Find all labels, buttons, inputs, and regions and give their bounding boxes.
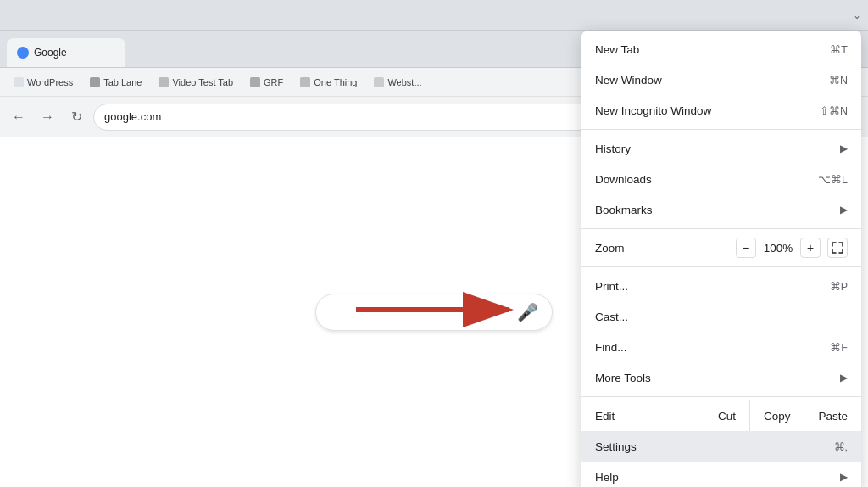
chevron-down-icon[interactable]: ⌄ [853, 9, 861, 21]
menu-item-new-tab[interactable]: New Tab ⌘T [581, 34, 861, 64]
menu-divider [581, 129, 861, 130]
menu-item-label: New Window [595, 74, 829, 87]
bookmark-label: Video Test Tab [172, 77, 233, 87]
menu-item-label: Downloads [595, 173, 818, 186]
zoom-out-button[interactable]: − [736, 238, 756, 258]
menu-item-label: More Tools [595, 372, 840, 384]
refresh-button[interactable]: ↻ [64, 105, 88, 129]
pointer-arrow [356, 288, 526, 331]
menu-item-shortcut: ⌘P [830, 280, 848, 293]
arrow-container [356, 288, 526, 334]
menu-item-find[interactable]: Find... ⌘F [581, 332, 861, 362]
bookmark-favicon [159, 77, 169, 87]
menu-item-history[interactable]: History ▶ [581, 133, 861, 164]
submenu-arrow-icon: ▶ [840, 471, 848, 483]
menu-item-more-tools[interactable]: More Tools ▶ [581, 362, 861, 393]
bookmark-item[interactable]: Video Test Tab [152, 74, 240, 91]
menu-item-downloads[interactable]: Downloads ⌥⌘L [581, 164, 861, 194]
bookmark-favicon [90, 77, 100, 87]
menu-item-label: History [595, 143, 840, 155]
edit-actions: Cut Copy Paste [704, 400, 861, 431]
menu-item-label: Help [595, 471, 840, 484]
menu-divider [581, 396, 861, 397]
zoom-value: 100% [763, 242, 793, 255]
menu-divider [581, 266, 861, 267]
menu-item-label: Cast... [595, 311, 848, 323]
bookmark-item[interactable]: GRF [243, 74, 290, 91]
submenu-arrow-icon: ▶ [840, 372, 848, 383]
menu-divider [581, 228, 861, 229]
tab-favicon [17, 47, 29, 59]
menu-item-shortcut: ⌘N [829, 74, 848, 87]
bookmark-favicon [300, 77, 310, 87]
menu-item-new-window[interactable]: New Window ⌘N [581, 64, 861, 95]
paste-button[interactable]: Paste [804, 400, 861, 431]
menu-item-label: Bookmarks [595, 204, 840, 216]
bookmark-label: Webst... [387, 77, 421, 87]
menu-item-help[interactable]: Help ▶ [581, 462, 861, 487]
menu-item-shortcut: ⌘T [830, 43, 848, 56]
bookmark-item[interactable]: One Thing [293, 74, 364, 91]
bookmark-favicon [374, 77, 384, 87]
forward-button[interactable]: → [36, 105, 59, 129]
cut-button[interactable]: Cut [704, 400, 749, 431]
bookmark-item[interactable]: WordPress [7, 74, 80, 91]
back-button[interactable]: ← [7, 105, 31, 129]
bookmark-item[interactable]: Tab Lane [83, 74, 148, 91]
edit-label: Edit [581, 410, 704, 423]
bookmark-favicon [250, 77, 260, 87]
bookmark-label: One Thing [314, 77, 357, 87]
menu-item-label: Settings [595, 440, 834, 453]
submenu-arrow-icon: ▶ [840, 143, 848, 154]
chrome-dropdown-menu: New Tab ⌘T New Window ⌘N New Incognito W… [581, 31, 861, 487]
browser-top-bar: ⌄ [0, 0, 868, 31]
submenu-arrow-icon: ▶ [840, 204, 848, 216]
bookmark-label: GRF [264, 77, 283, 87]
active-tab[interactable]: Google [7, 38, 125, 67]
menu-item-label: New Incognito Window [595, 104, 820, 117]
menu-item-label: New Tab [595, 43, 830, 56]
menu-item-shortcut: ⌘F [830, 341, 848, 354]
bookmark-favicon [14, 77, 24, 87]
menu-item-cast[interactable]: Cast... [581, 301, 861, 332]
menu-item-incognito[interactable]: New Incognito Window ⇧⌘N [581, 95, 861, 126]
bookmark-label: WordPress [27, 77, 73, 87]
menu-item-label: Find... [595, 341, 830, 354]
tab-title: Google [34, 47, 67, 59]
bookmark-item[interactable]: Webst... [367, 74, 428, 91]
menu-item-label: Print... [595, 280, 830, 293]
menu-item-edit: Edit Cut Copy Paste [581, 400, 861, 431]
menu-item-shortcut: ⇧⌘N [820, 104, 848, 117]
menu-item-zoom[interactable]: Zoom − 100% + [581, 232, 861, 263]
menu-item-shortcut: ⌘, [834, 440, 848, 453]
address-text: google.com [104, 110, 161, 123]
menu-item-shortcut: ⌥⌘L [818, 173, 848, 186]
bookmark-label: Tab Lane [103, 77, 142, 87]
copy-button[interactable]: Copy [749, 400, 804, 431]
menu-item-settings[interactable]: Settings ⌘, [581, 431, 861, 462]
zoom-label: Zoom [595, 242, 736, 255]
zoom-in-button[interactable]: + [800, 238, 821, 258]
fullscreen-button[interactable] [827, 238, 848, 258]
menu-item-print[interactable]: Print... ⌘P [581, 271, 861, 301]
zoom-controls: − 100% + [736, 238, 848, 258]
menu-item-bookmarks[interactable]: Bookmarks ▶ [581, 194, 861, 225]
